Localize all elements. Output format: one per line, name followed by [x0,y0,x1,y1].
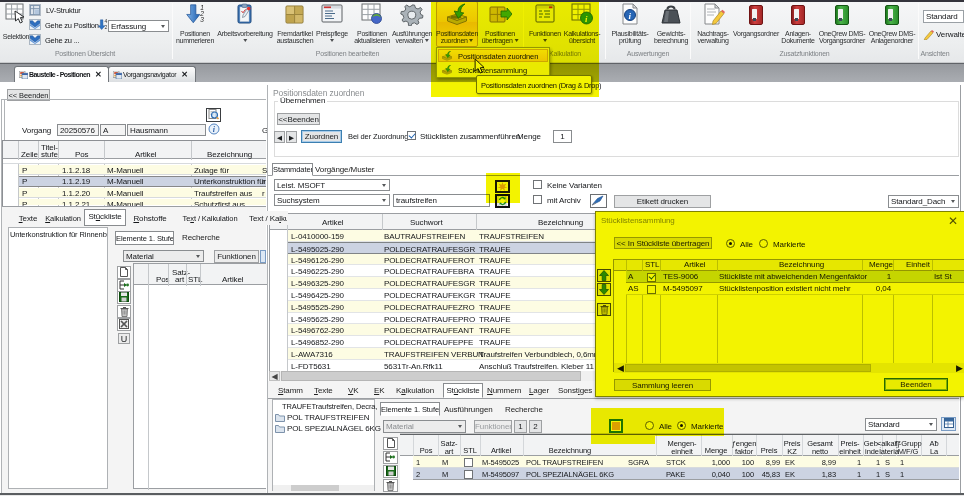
svg-text:3: 3 [200,16,204,23]
